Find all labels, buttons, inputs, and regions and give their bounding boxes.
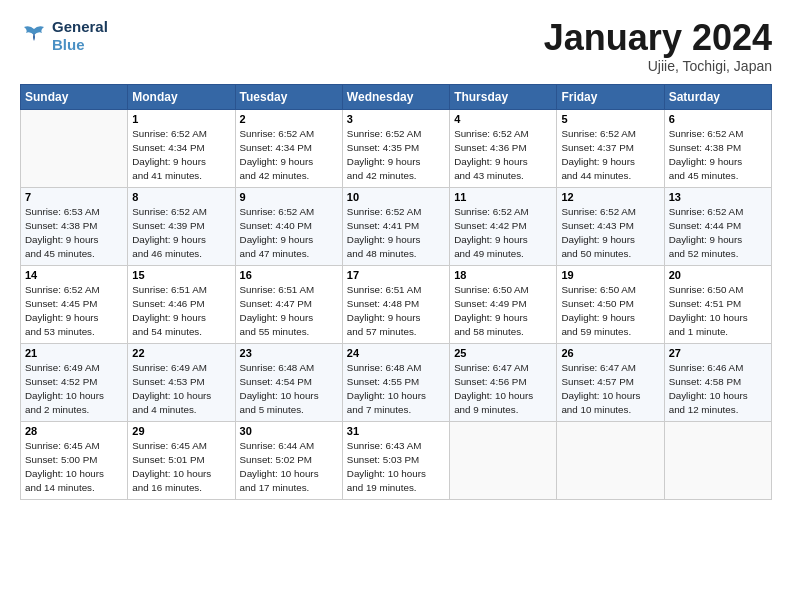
calendar-cell: 9Sunrise: 6:52 AMSunset: 4:40 PMDaylight… (235, 187, 342, 265)
day-number: 12 (561, 191, 659, 203)
calendar-cell: 1Sunrise: 6:52 AMSunset: 4:34 PMDaylight… (128, 109, 235, 187)
calendar-cell (21, 109, 128, 187)
calendar-cell (664, 421, 771, 499)
calendar-cell: 31Sunrise: 6:43 AMSunset: 5:03 PMDayligh… (342, 421, 449, 499)
day-info: Sunrise: 6:46 AMSunset: 4:58 PMDaylight:… (669, 361, 767, 418)
day-number: 23 (240, 347, 338, 359)
day-info: Sunrise: 6:45 AMSunset: 5:00 PMDaylight:… (25, 439, 123, 496)
logo: General Blue (20, 18, 108, 54)
day-info: Sunrise: 6:51 AMSunset: 4:46 PMDaylight:… (132, 283, 230, 340)
day-info: Sunrise: 6:51 AMSunset: 4:48 PMDaylight:… (347, 283, 445, 340)
day-number: 18 (454, 269, 552, 281)
day-number: 20 (669, 269, 767, 281)
calendar-cell: 5Sunrise: 6:52 AMSunset: 4:37 PMDaylight… (557, 109, 664, 187)
calendar-cell: 17Sunrise: 6:51 AMSunset: 4:48 PMDayligh… (342, 265, 449, 343)
day-info: Sunrise: 6:50 AMSunset: 4:50 PMDaylight:… (561, 283, 659, 340)
day-number: 1 (132, 113, 230, 125)
page: General Blue January 2024 Ujiie, Tochigi… (0, 0, 792, 510)
calendar-cell: 22Sunrise: 6:49 AMSunset: 4:53 PMDayligh… (128, 343, 235, 421)
location: Ujiie, Tochigi, Japan (544, 58, 772, 74)
day-number: 28 (25, 425, 123, 437)
weekday-header-thursday: Thursday (450, 84, 557, 109)
calendar-cell: 4Sunrise: 6:52 AMSunset: 4:36 PMDaylight… (450, 109, 557, 187)
day-number: 7 (25, 191, 123, 203)
calendar-cell: 27Sunrise: 6:46 AMSunset: 4:58 PMDayligh… (664, 343, 771, 421)
weekday-header-friday: Friday (557, 84, 664, 109)
weekday-header-saturday: Saturday (664, 84, 771, 109)
calendar-cell: 3Sunrise: 6:52 AMSunset: 4:35 PMDaylight… (342, 109, 449, 187)
calendar-cell: 19Sunrise: 6:50 AMSunset: 4:50 PMDayligh… (557, 265, 664, 343)
day-number: 29 (132, 425, 230, 437)
day-number: 11 (454, 191, 552, 203)
calendar-week-5: 28Sunrise: 6:45 AMSunset: 5:00 PMDayligh… (21, 421, 772, 499)
calendar-cell: 18Sunrise: 6:50 AMSunset: 4:49 PMDayligh… (450, 265, 557, 343)
day-info: Sunrise: 6:50 AMSunset: 4:51 PMDaylight:… (669, 283, 767, 340)
calendar-cell: 16Sunrise: 6:51 AMSunset: 4:47 PMDayligh… (235, 265, 342, 343)
day-info: Sunrise: 6:50 AMSunset: 4:49 PMDaylight:… (454, 283, 552, 340)
day-info: Sunrise: 6:52 AMSunset: 4:43 PMDaylight:… (561, 205, 659, 262)
calendar-cell: 21Sunrise: 6:49 AMSunset: 4:52 PMDayligh… (21, 343, 128, 421)
calendar-body: 1Sunrise: 6:52 AMSunset: 4:34 PMDaylight… (21, 109, 772, 499)
day-info: Sunrise: 6:52 AMSunset: 4:34 PMDaylight:… (132, 127, 230, 184)
day-info: Sunrise: 6:52 AMSunset: 4:38 PMDaylight:… (669, 127, 767, 184)
day-info: Sunrise: 6:52 AMSunset: 4:34 PMDaylight:… (240, 127, 338, 184)
weekday-header-monday: Monday (128, 84, 235, 109)
day-info: Sunrise: 6:47 AMSunset: 4:57 PMDaylight:… (561, 361, 659, 418)
day-number: 24 (347, 347, 445, 359)
day-number: 5 (561, 113, 659, 125)
day-number: 17 (347, 269, 445, 281)
day-number: 2 (240, 113, 338, 125)
calendar-week-4: 21Sunrise: 6:49 AMSunset: 4:52 PMDayligh… (21, 343, 772, 421)
calendar-cell: 13Sunrise: 6:52 AMSunset: 4:44 PMDayligh… (664, 187, 771, 265)
header: General Blue January 2024 Ujiie, Tochigi… (20, 18, 772, 74)
day-number: 6 (669, 113, 767, 125)
calendar-cell: 8Sunrise: 6:52 AMSunset: 4:39 PMDaylight… (128, 187, 235, 265)
weekday-header-row: SundayMondayTuesdayWednesdayThursdayFrid… (21, 84, 772, 109)
day-number: 26 (561, 347, 659, 359)
day-info: Sunrise: 6:52 AMSunset: 4:41 PMDaylight:… (347, 205, 445, 262)
logo-text: General Blue (52, 18, 108, 54)
day-number: 22 (132, 347, 230, 359)
day-info: Sunrise: 6:52 AMSunset: 4:36 PMDaylight:… (454, 127, 552, 184)
calendar-cell: 15Sunrise: 6:51 AMSunset: 4:46 PMDayligh… (128, 265, 235, 343)
calendar-week-2: 7Sunrise: 6:53 AMSunset: 4:38 PMDaylight… (21, 187, 772, 265)
weekday-header-wednesday: Wednesday (342, 84, 449, 109)
day-number: 30 (240, 425, 338, 437)
day-info: Sunrise: 6:47 AMSunset: 4:56 PMDaylight:… (454, 361, 552, 418)
day-info: Sunrise: 6:44 AMSunset: 5:02 PMDaylight:… (240, 439, 338, 496)
calendar-cell: 24Sunrise: 6:48 AMSunset: 4:55 PMDayligh… (342, 343, 449, 421)
day-number: 13 (669, 191, 767, 203)
day-info: Sunrise: 6:52 AMSunset: 4:42 PMDaylight:… (454, 205, 552, 262)
calendar-cell: 6Sunrise: 6:52 AMSunset: 4:38 PMDaylight… (664, 109, 771, 187)
day-number: 27 (669, 347, 767, 359)
day-info: Sunrise: 6:52 AMSunset: 4:40 PMDaylight:… (240, 205, 338, 262)
day-info: Sunrise: 6:45 AMSunset: 5:01 PMDaylight:… (132, 439, 230, 496)
calendar-cell: 23Sunrise: 6:48 AMSunset: 4:54 PMDayligh… (235, 343, 342, 421)
day-info: Sunrise: 6:52 AMSunset: 4:37 PMDaylight:… (561, 127, 659, 184)
day-number: 14 (25, 269, 123, 281)
calendar-cell: 14Sunrise: 6:52 AMSunset: 4:45 PMDayligh… (21, 265, 128, 343)
day-number: 15 (132, 269, 230, 281)
calendar-week-1: 1Sunrise: 6:52 AMSunset: 4:34 PMDaylight… (21, 109, 772, 187)
day-number: 21 (25, 347, 123, 359)
logo-icon (20, 25, 48, 47)
day-number: 8 (132, 191, 230, 203)
calendar-week-3: 14Sunrise: 6:52 AMSunset: 4:45 PMDayligh… (21, 265, 772, 343)
day-number: 9 (240, 191, 338, 203)
calendar-cell: 10Sunrise: 6:52 AMSunset: 4:41 PMDayligh… (342, 187, 449, 265)
day-info: Sunrise: 6:49 AMSunset: 4:53 PMDaylight:… (132, 361, 230, 418)
day-info: Sunrise: 6:53 AMSunset: 4:38 PMDaylight:… (25, 205, 123, 262)
title-block: January 2024 Ujiie, Tochigi, Japan (544, 18, 772, 74)
calendar-cell: 29Sunrise: 6:45 AMSunset: 5:01 PMDayligh… (128, 421, 235, 499)
calendar-cell (450, 421, 557, 499)
month-title: January 2024 (544, 18, 772, 58)
calendar-table: SundayMondayTuesdayWednesdayThursdayFrid… (20, 84, 772, 500)
calendar-cell: 30Sunrise: 6:44 AMSunset: 5:02 PMDayligh… (235, 421, 342, 499)
day-info: Sunrise: 6:52 AMSunset: 4:35 PMDaylight:… (347, 127, 445, 184)
calendar-cell: 2Sunrise: 6:52 AMSunset: 4:34 PMDaylight… (235, 109, 342, 187)
day-number: 19 (561, 269, 659, 281)
day-info: Sunrise: 6:48 AMSunset: 4:55 PMDaylight:… (347, 361, 445, 418)
calendar-cell: 28Sunrise: 6:45 AMSunset: 5:00 PMDayligh… (21, 421, 128, 499)
calendar-cell: 26Sunrise: 6:47 AMSunset: 4:57 PMDayligh… (557, 343, 664, 421)
calendar-cell: 11Sunrise: 6:52 AMSunset: 4:42 PMDayligh… (450, 187, 557, 265)
